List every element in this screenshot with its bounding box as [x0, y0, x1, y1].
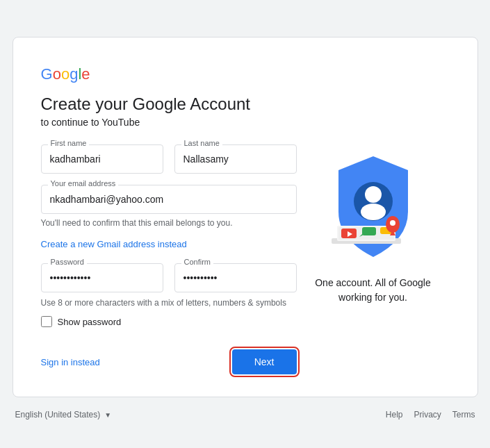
- confirm-group: Confirm: [174, 263, 297, 292]
- privacy-link[interactable]: Privacy: [414, 410, 441, 420]
- illustration-text: One account. All of Google working for y…: [315, 276, 431, 305]
- left-panel: Google Create your Google Account to con…: [41, 65, 297, 374]
- actions-row: Sign in instead Next: [41, 349, 297, 374]
- name-fields-row: First name Last name: [41, 144, 297, 174]
- email-notice: You'll need to confirm that this email b…: [41, 218, 297, 228]
- email-label: Your email address: [48, 179, 119, 188]
- footer-left: English (United States) ▼: [15, 410, 112, 420]
- show-password-label[interactable]: Show password: [58, 317, 122, 327]
- first-name-input[interactable]: [41, 144, 163, 174]
- footer-right: Help Privacy Terms: [386, 410, 475, 420]
- logo-e: e: [81, 65, 90, 83]
- show-password-checkbox[interactable]: [41, 316, 52, 327]
- next-button[interactable]: Next: [232, 349, 297, 374]
- first-name-group: First name: [41, 144, 163, 174]
- show-password-row: Show password: [41, 316, 297, 327]
- sign-in-link[interactable]: Sign in instead: [41, 357, 100, 367]
- last-name-group: Last name: [174, 144, 297, 174]
- last-name-label: Last name: [181, 139, 222, 147]
- svg-point-1: [365, 186, 382, 203]
- svg-point-2: [361, 204, 386, 220]
- page-subtitle: to continue to YouTube: [41, 117, 297, 128]
- language-selector[interactable]: English (United States): [15, 410, 101, 420]
- last-name-input[interactable]: [174, 144, 297, 174]
- logo-G: G: [41, 65, 53, 83]
- password-fields-row: Password Confirm: [41, 263, 297, 292]
- right-panel: One account. All of Google working for y…: [297, 65, 450, 374]
- logo-o2: o: [61, 65, 70, 83]
- footer: English (United States) ▼ Help Privacy T…: [13, 404, 478, 425]
- terms-link[interactable]: Terms: [452, 410, 475, 420]
- gmail-link[interactable]: Create a new Gmail address instead: [41, 239, 297, 249]
- first-name-label: First name: [48, 139, 90, 147]
- google-logo: Google: [41, 65, 297, 83]
- svg-point-13: [390, 220, 395, 226]
- confirm-input[interactable]: [174, 263, 297, 292]
- logo-o1: o: [53, 65, 61, 83]
- password-hint: Use 8 or more characters with a mix of l…: [41, 298, 297, 308]
- help-link[interactable]: Help: [386, 410, 403, 420]
- password-group: Password: [41, 263, 163, 292]
- shield-illustration: [325, 149, 422, 267]
- email-input[interactable]: [41, 185, 297, 214]
- email-section: Your email address You'll need to confir…: [41, 185, 297, 228]
- signup-card: Google Create your Google Account to con…: [13, 37, 478, 397]
- page-title: Create your Google Account: [41, 94, 297, 114]
- confirm-label: Confirm: [181, 258, 214, 266]
- illustration: One account. All of Google working for y…: [315, 149, 431, 305]
- email-group: Your email address: [41, 185, 297, 214]
- password-label: Password: [48, 258, 87, 266]
- password-input[interactable]: [41, 263, 163, 292]
- language-chevron-icon: ▼: [104, 411, 111, 419]
- logo-g2: g: [70, 65, 78, 83]
